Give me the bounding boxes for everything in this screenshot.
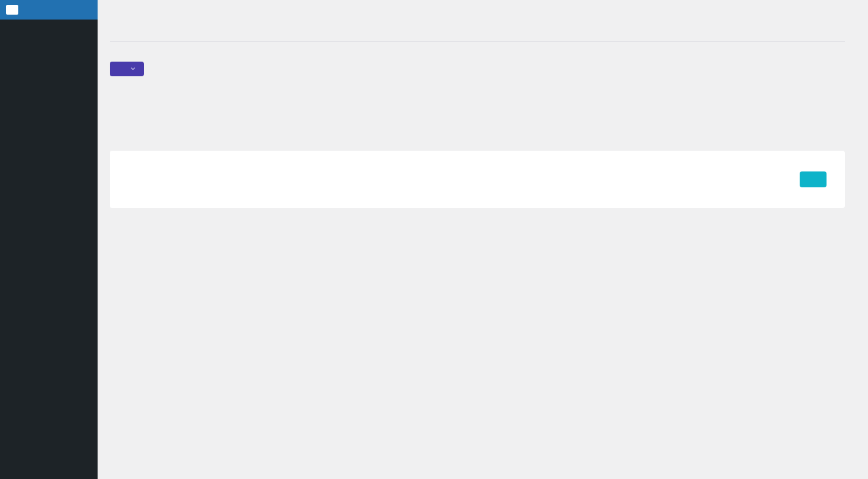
sidebar-item-woocommerce[interactable] <box>0 0 98 20</box>
date-range-row <box>110 62 845 76</box>
view-all-activities-button[interactable] <box>800 171 827 187</box>
admin-sidebar <box>0 0 98 479</box>
date-range-dropdown[interactable] <box>110 62 144 76</box>
chevron-down-icon <box>129 64 137 74</box>
tabs <box>110 41 845 42</box>
woo-icon <box>6 5 18 15</box>
main-content <box>98 0 868 479</box>
recent-activity-panel <box>110 151 845 208</box>
